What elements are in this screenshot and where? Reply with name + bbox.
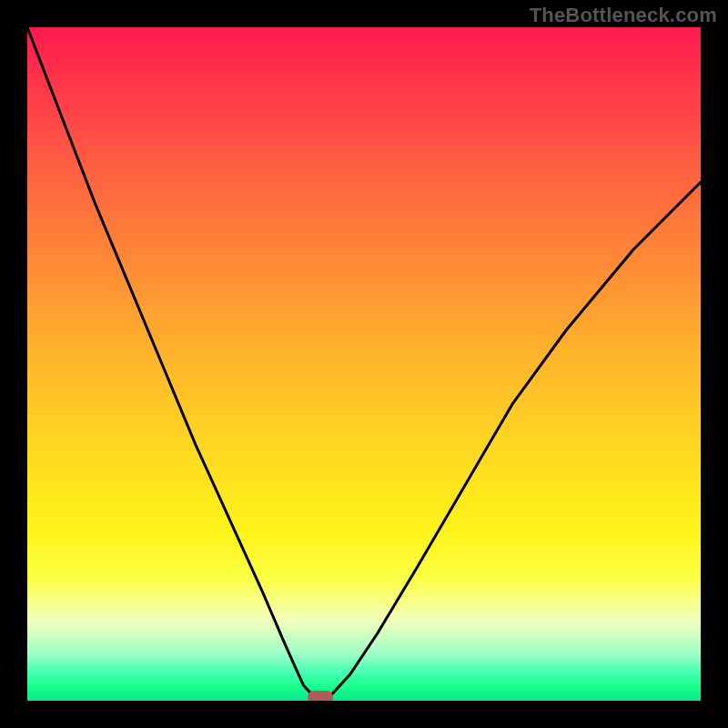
curve-svg [27,27,701,701]
chart-frame: TheBottleneck.com [0,0,728,728]
bottleneck-curve-path [27,27,701,696]
optimum-marker [308,691,333,701]
plot-area [27,27,701,701]
watermark-text: TheBottleneck.com [530,4,717,27]
